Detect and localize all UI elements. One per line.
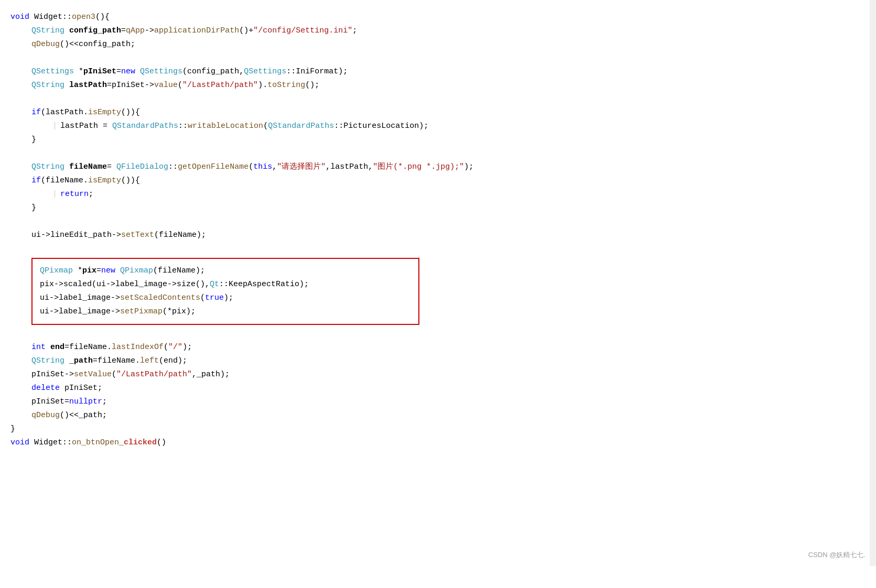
code-line: |return; xyxy=(10,188,876,201)
code-line: } xyxy=(10,422,876,436)
code-line: QPixmap *pix=new QPixmap(fileName); xyxy=(40,264,411,278)
code-line: ui->lineEdit_path->setText(fileName); xyxy=(10,228,876,242)
code-line: void Widget::open3(){ xyxy=(10,10,876,24)
code-line: QString config_path=qApp->applicationDir… xyxy=(10,24,876,38)
highlighted-code-block: QPixmap *pix=new QPixmap(fileName); pix-… xyxy=(31,258,876,325)
code-line: ui->label_image->setPixmap(*pix); xyxy=(40,305,411,319)
code-line: ui->label_image->setScaledContents(true)… xyxy=(40,291,411,305)
scrollbar[interactable] xyxy=(870,0,876,566)
code-line: QString fileName= QFileDialog::getOpenFi… xyxy=(10,160,876,174)
code-line: pIniSet->setValue("/LastPath/path",_path… xyxy=(10,368,876,382)
code-line xyxy=(10,92,876,106)
code-line: int end=fileName.lastIndexOf("/"); xyxy=(10,341,876,354)
code-line xyxy=(10,242,876,256)
code-line xyxy=(10,327,876,341)
code-line: } xyxy=(10,201,876,215)
code-line: delete pIniSet; xyxy=(10,382,876,395)
code-line xyxy=(10,51,876,65)
code-line: |lastPath = QStandardPaths::writableLoca… xyxy=(10,119,876,133)
code-line: } xyxy=(10,133,876,147)
code-container: void Widget::open3(){ QString config_pat… xyxy=(0,0,876,566)
code-line xyxy=(10,215,876,228)
code-line xyxy=(10,147,876,160)
code-line: QSettings *pIniSet=new QSettings(config_… xyxy=(10,65,876,79)
code-line: qDebug()<<_path; xyxy=(10,409,876,422)
footer-text: CSDN @妖精七七. xyxy=(808,550,866,566)
code-line: pIniSet=nullptr; xyxy=(10,395,876,409)
code-line: QString lastPath=pIniSet->value("/LastPa… xyxy=(10,79,876,92)
code-line: qDebug()<<config_path; xyxy=(10,38,876,51)
code-line: if(fileName.isEmpty()){ xyxy=(10,174,876,188)
code-line: pix->scaled(ui->label_image->size(),Qt::… xyxy=(40,278,411,291)
code-line-last: void Widget::on_btnOpen_clicked() xyxy=(10,436,876,450)
code-line: if(lastPath.isEmpty()){ xyxy=(10,106,876,119)
code-line: QString _path=fileName.left(end); xyxy=(10,354,876,368)
